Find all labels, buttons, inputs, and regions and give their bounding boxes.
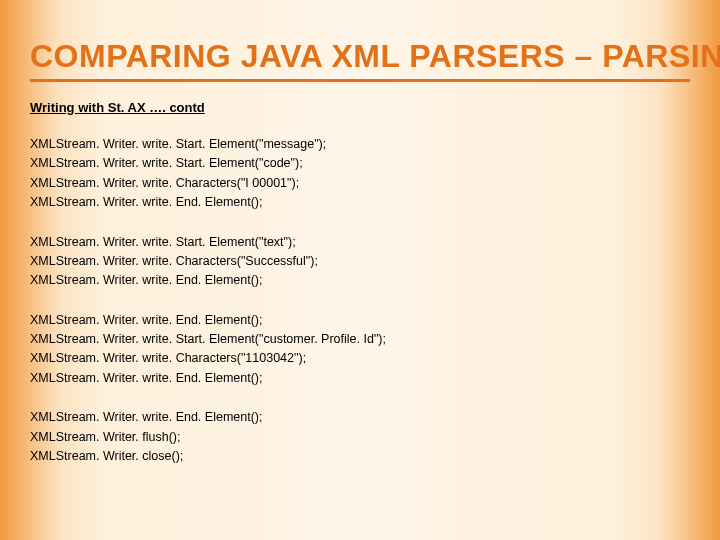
code-line: XMLStream. Writer. write. End. Element()… <box>30 369 690 388</box>
code-line: XMLStream. Writer. write. End. Element()… <box>30 408 690 427</box>
code-line: XMLStream. Writer. write. Start. Element… <box>30 135 690 154</box>
code-line: XMLStream. Writer. write. Start. Element… <box>30 233 690 252</box>
code-line: XMLStream. Writer. close(); <box>30 447 690 466</box>
code-line: XMLStream. Writer. write. Characters("I … <box>30 174 690 193</box>
code-block-3: XMLStream. Writer. write. End. Element()… <box>30 311 690 389</box>
code-line: XMLStream. Writer. write. End. Element()… <box>30 271 690 290</box>
code-line: XMLStream. Writer. write. End. Element()… <box>30 193 690 212</box>
slide-title: COMPARING JAVA XML PARSERS – PARSING XML <box>30 38 690 82</box>
code-line: XMLStream. Writer. write. Start. Element… <box>30 154 690 173</box>
code-line: XMLStream. Writer. flush(); <box>30 428 690 447</box>
code-line: XMLStream. Writer. write. Characters("11… <box>30 349 690 368</box>
code-block-2: XMLStream. Writer. write. Start. Element… <box>30 233 690 291</box>
code-line: XMLStream. Writer. write. Start. Element… <box>30 330 690 349</box>
slide: COMPARING JAVA XML PARSERS – PARSING XML… <box>0 0 720 540</box>
code-block-1: XMLStream. Writer. write. Start. Element… <box>30 135 690 213</box>
code-line: XMLStream. Writer. write. Characters("Su… <box>30 252 690 271</box>
slide-subtitle: Writing with St. AX …. contd <box>30 100 690 115</box>
code-line: XMLStream. Writer. write. End. Element()… <box>30 311 690 330</box>
code-block-4: XMLStream. Writer. write. End. Element()… <box>30 408 690 466</box>
